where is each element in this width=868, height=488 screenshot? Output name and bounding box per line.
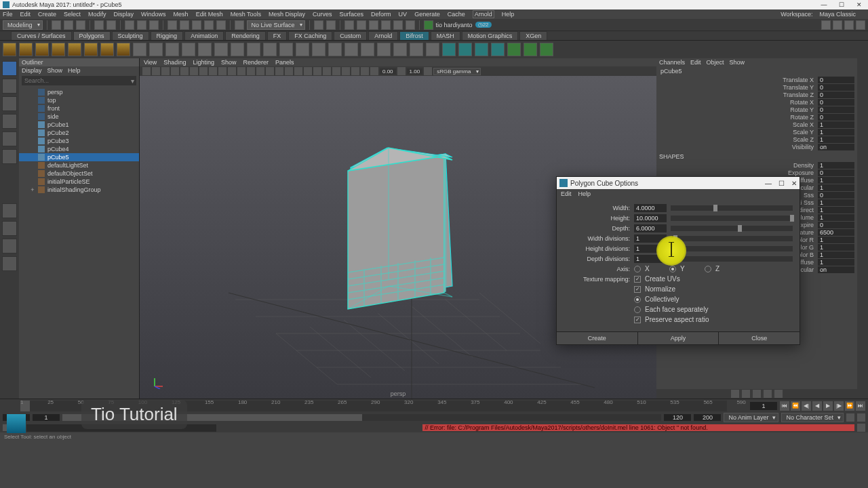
ch-menu-edit[interactable]: Edit [690, 59, 701, 66]
outliner-menu-help[interactable]: Help [68, 67, 81, 74]
snap-grid-icon[interactable] [167, 20, 177, 30]
undo-icon[interactable] [94, 20, 104, 30]
outliner-item-defaultLightSet[interactable]: defaultLightSet [19, 161, 139, 169]
preserve-check[interactable] [634, 317, 641, 323]
channel-rotate-y[interactable]: Rotate Y0 [659, 106, 854, 113]
wdiv-field[interactable]: 1 [634, 235, 667, 243]
layout-four-icon[interactable] [2, 221, 17, 236]
channel-scale-z[interactable]: Scale Z1 [659, 136, 854, 143]
vp-menu-panels[interactable]: Panels [275, 59, 294, 66]
outliner-search[interactable] [22, 76, 136, 85]
poly-torus-icon[interactable] [68, 43, 81, 56]
vp-colorspace-icon[interactable] [424, 67, 432, 75]
outliner-item-initialParticleSE[interactable]: initialParticleSE [19, 178, 139, 186]
construction-history-icon[interactable] [326, 20, 336, 30]
snap-curve-icon[interactable] [180, 20, 189, 30]
vp-grid-icon[interactable] [190, 67, 198, 75]
hdiv-field[interactable]: 1 [634, 245, 667, 253]
channel-translate-y[interactable]: Translate Y0 [659, 83, 854, 91]
menu-deform[interactable]: Deform [371, 11, 391, 18]
boolean-union-icon[interactable] [214, 43, 228, 56]
lasso-icon[interactable] [137, 20, 146, 30]
height-field[interactable]: 10.0000 [634, 214, 667, 222]
sculpt-2-icon[interactable] [458, 43, 472, 56]
history-icon[interactable] [314, 20, 323, 30]
menu-meshtools[interactable]: Mesh Tools [231, 11, 261, 18]
vp-shaded-icon[interactable] [266, 67, 274, 75]
outliner-menu-display[interactable]: Display [22, 67, 42, 74]
vp-menu-show[interactable]: Show [221, 59, 237, 66]
dialog-menu-edit[interactable]: Edit [561, 190, 572, 197]
vp-select-cam-icon[interactable] [142, 67, 151, 75]
channel-visibility[interactable]: Visibilityon [659, 143, 854, 150]
poly-sphere-icon[interactable] [3, 43, 16, 56]
vp-dof-icon[interactable] [332, 67, 340, 75]
poly-cylinder-icon[interactable] [35, 43, 49, 56]
outliner-item-pCube1[interactable]: pCube1 [19, 121, 139, 129]
mirror-icon[interactable] [393, 43, 407, 56]
vp-isolate-icon[interactable] [304, 67, 312, 75]
maximize-button[interactable]: ☐ [835, 1, 848, 8]
mode-dropdown[interactable]: Modeling [3, 20, 43, 30]
dialog-maximize-button[interactable]: ☐ [778, 180, 785, 187]
snap-point-icon[interactable] [192, 20, 201, 30]
vp-safe-action-icon[interactable] [237, 67, 245, 75]
menu-create[interactable]: Create [38, 11, 56, 18]
quad-draw-icon[interactable] [361, 43, 374, 56]
render-view-icon[interactable] [393, 20, 403, 30]
menu-arnold[interactable]: Arnold [473, 10, 494, 18]
layout-single-icon[interactable] [2, 203, 17, 218]
live-surface-dropdown[interactable]: No Live Surface [247, 20, 305, 30]
create-button[interactable]: Create [557, 332, 638, 344]
vp-exposure-value[interactable]: 0.00 [380, 68, 396, 75]
poly-plane-icon[interactable] [84, 43, 98, 56]
outliner-item-side[interactable]: side [19, 113, 139, 121]
outliner-item-pCube3[interactable]: pCube3 [19, 137, 139, 145]
menu-generate[interactable]: Generate [414, 11, 440, 18]
hdiv-slider[interactable] [671, 246, 793, 251]
vp-colorspace-dropdown[interactable]: sRGB gamma [433, 68, 481, 75]
channel-translate-x[interactable]: Translate X0 [659, 76, 854, 83]
layer-tab-5-icon[interactable] [774, 390, 783, 398]
autokey-icon[interactable] [846, 413, 854, 422]
outliner-item-top[interactable]: top [19, 96, 139, 104]
create-uvs-check[interactable] [634, 276, 641, 283]
channel-scale-y[interactable]: Scale Y1 [659, 128, 854, 136]
vp-image-plane-icon[interactable] [171, 67, 179, 75]
vp-gamma-value[interactable]: 1.00 [407, 68, 423, 75]
select-tool[interactable] [2, 61, 17, 76]
boolean-inter-icon[interactable] [247, 43, 260, 56]
step-forward-button[interactable]: ⏩ [845, 401, 854, 411]
vp-film-gate-icon[interactable] [199, 67, 208, 75]
poly-svg-icon[interactable] [149, 43, 163, 56]
menu-display[interactable]: Display [114, 11, 134, 18]
ddiv-slider[interactable] [671, 256, 793, 262]
channel-scale-x[interactable]: Scale X1 [659, 121, 854, 128]
tab-rigging[interactable]: Rigging [151, 31, 184, 40]
snap-plane-icon[interactable] [204, 20, 214, 30]
vp-field-chart-icon[interactable] [228, 67, 236, 75]
channel-rotate-z[interactable]: Rotate Z0 [659, 113, 854, 121]
range-start2-field[interactable]: 1 [33, 414, 60, 421]
channel-rotate-x[interactable]: Rotate X0 [659, 98, 854, 106]
ipr-icon[interactable] [357, 20, 366, 30]
tab-sculpting[interactable]: Sculpting [112, 31, 149, 40]
go-end-button[interactable]: ⏭ [856, 401, 865, 411]
layer-tab-3-icon[interactable] [753, 390, 761, 398]
smooth-icon[interactable] [377, 43, 391, 56]
dialog-menu-help[interactable]: Help [578, 190, 591, 197]
uv-1-icon[interactable] [507, 43, 521, 56]
bevel-icon[interactable] [296, 43, 309, 56]
channel-extra-density[interactable]: Density1 [659, 161, 854, 169]
vp-ao-icon[interactable] [351, 67, 359, 75]
channel-extra-exposure[interactable]: Exposure0 [659, 169, 854, 176]
outliner-item-front[interactable]: front [19, 104, 139, 113]
current-frame-field[interactable]: 1 [750, 402, 777, 410]
vp-wireframe-icon[interactable] [256, 67, 264, 75]
outliner-item-defaultObjectSet[interactable]: defaultObjectSet [19, 169, 139, 178]
light-editor-icon[interactable] [406, 20, 415, 30]
eachface-radio[interactable] [634, 306, 641, 313]
paint-select-icon[interactable] [149, 20, 159, 30]
vp-gate-mask-icon[interactable] [218, 67, 226, 75]
tab-rendering[interactable]: Rendering [225, 31, 266, 40]
